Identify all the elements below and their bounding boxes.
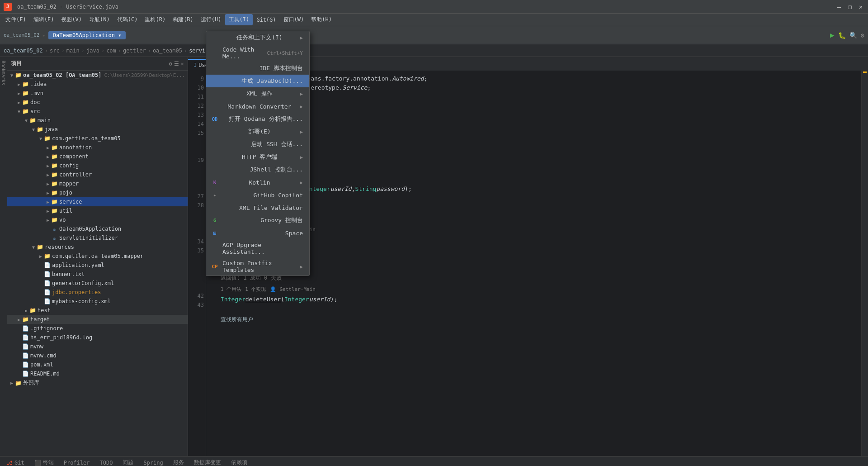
tree-arrow-target: ▶ xyxy=(16,317,22,322)
window-controls[interactable]: — ❐ ✕ xyxy=(835,3,864,10)
sidebar-close-icon[interactable]: ✕ xyxy=(181,61,184,67)
bottom-tab-services[interactable]: 服务 xyxy=(169,457,189,466)
tree-item-app[interactable]: ▶ ☕ OaTeam05Application xyxy=(7,224,188,233)
menu-view[interactable]: 视图(V) xyxy=(57,14,85,25)
breadcrumb-sep-2: › xyxy=(61,48,65,54)
code-content[interactable]: import org.springframework.beans.factory… xyxy=(206,71,861,456)
tree-item-service[interactable]: ▶ 📁 service xyxy=(7,197,188,206)
debug-button[interactable]: 🐛 xyxy=(838,32,846,39)
tree-label-config: config xyxy=(59,162,79,169)
tree-item-resources[interactable]: ▼ 📁 resources xyxy=(7,243,188,252)
hint-deleteuser-title: 删除用户 xyxy=(221,255,856,264)
tree-item-mvnw[interactable]: ▶ 📄 mvnw xyxy=(7,342,188,351)
menu-edit[interactable]: 编辑(E) xyxy=(30,14,58,25)
menu-build[interactable]: 构建(B) xyxy=(169,14,197,25)
tree-item-pom[interactable]: ▶ 📄 pom.xml xyxy=(7,360,188,369)
bottom-tab-profiler[interactable]: Profiler xyxy=(59,458,94,466)
profiler-label: Profiler xyxy=(64,460,90,466)
breadcrumb-item-5[interactable]: com xyxy=(106,48,116,54)
tree-item-main[interactable]: ▼ 📁 main xyxy=(7,116,188,125)
minimize-button[interactable]: — xyxy=(835,3,843,10)
close-button[interactable]: ✕ xyxy=(857,3,864,10)
gap-1 xyxy=(212,138,856,156)
tree-item-root[interactable]: ▼ 📁 oa_team05_02 [OA_team05] C:\Users\28… xyxy=(7,71,188,80)
tree-item-controller[interactable]: ▶ 📁 controller xyxy=(7,170,188,179)
sidebar-layout-icon[interactable]: ☰ xyxy=(174,61,179,67)
folder-icon-component: 📁 xyxy=(51,153,58,160)
bottom-tab-dbchange[interactable]: 数据库变更 xyxy=(189,457,226,466)
tree-item-annotation[interactable]: ▶ 📁 annotation xyxy=(7,143,188,152)
breadcrumb-item-7[interactable]: oa_team05 xyxy=(153,48,182,54)
folder-icon-main: 📁 xyxy=(29,117,36,124)
txt-icon-banner: 📄 xyxy=(43,271,51,278)
tree-item-gitignore[interactable]: ▶ 📄 .gitignore xyxy=(7,324,188,333)
code-line-9: import org.springframework.beans.factory… xyxy=(212,74,856,83)
tree-item-mapper2[interactable]: ▶ 📁 com.gettler.oa_team05.mapper xyxy=(7,252,188,261)
tree-item-pojo[interactable]: ▶ 📁 pojo xyxy=(7,188,188,197)
tree-label-gitignore: .gitignore xyxy=(30,325,63,332)
menu-tools[interactable]: 工具(I) xyxy=(225,14,253,25)
breadcrumb-item-6[interactable]: gettler xyxy=(123,48,146,54)
title-bar: J oa_team05_02 - UserService.java — ❐ ✕ xyxy=(0,0,868,14)
menu-refactor[interactable]: 重构(R) xyxy=(141,14,169,25)
tree-item-errlog[interactable]: ▶ 📄 hs_err_pid18964.log xyxy=(7,333,188,342)
menu-run[interactable]: 运行(U) xyxy=(197,14,225,25)
tree-item-mvn[interactable]: ▶ 📁 .mvn xyxy=(7,89,188,98)
sidebar-gear-icon[interactable]: ⚙ xyxy=(169,61,172,67)
tree-item-servlet[interactable]: ▶ ☕ ServletInitializer xyxy=(7,233,188,243)
toolbar-search[interactable]: 🔍 xyxy=(849,32,857,39)
tree-item-src[interactable]: ▼ 📁 src xyxy=(7,107,188,116)
tree-item-config[interactable]: ▶ 📁 config xyxy=(7,161,188,170)
toolbar-settings[interactable]: ⚙ xyxy=(861,32,864,39)
problems-label: 问题 xyxy=(123,459,133,466)
menu-code[interactable]: 代码(C) xyxy=(113,14,142,25)
tree-item-test[interactable]: ▶ 📁 test xyxy=(7,306,188,315)
tree-item-external[interactable]: ▶ 📁 外部库 xyxy=(7,378,188,388)
menu-git[interactable]: Git(G) xyxy=(253,15,279,25)
gap-2 xyxy=(212,165,856,174)
bottom-tab-git[interactable]: ⎇ Git xyxy=(2,458,29,466)
tree-arrow-vo: ▶ xyxy=(45,217,51,223)
tree-item-vo[interactable]: ▶ 📁 vo xyxy=(7,215,188,224)
maximize-button[interactable]: ❐ xyxy=(846,3,854,10)
tree-arrow-main: ▼ xyxy=(24,118,29,123)
bottom-tab-problems[interactable]: 问题 xyxy=(118,457,138,466)
bottom-tab-terminal[interactable]: ⬛ 终端 xyxy=(30,457,58,466)
todo-label: TODO xyxy=(99,460,113,466)
tree-item-mybatis[interactable]: ▶ 📄 mybatis-config.xml xyxy=(7,297,188,306)
run-button[interactable]: ▶ xyxy=(830,31,835,39)
breadcrumb-item-8[interactable]: service xyxy=(189,48,212,54)
tree-item-banner[interactable]: ▶ 📄 banner.txt xyxy=(7,270,188,279)
tree-item-component[interactable]: ▶ 📁 component xyxy=(7,152,188,161)
tree-item-readme[interactable]: ▶ 📄 README.md xyxy=(7,369,188,378)
tree-label-mapper: mapper xyxy=(59,181,79,187)
bottom-tab-spring[interactable]: Spring xyxy=(139,458,167,466)
menu-file[interactable]: 文件(F) xyxy=(2,14,30,25)
breadcrumb-item-4[interactable]: java xyxy=(86,48,99,54)
tree-item-com[interactable]: ▼ 📁 com.gettler.oa_team05 xyxy=(7,134,188,143)
breadcrumb-item-3[interactable]: main xyxy=(66,48,80,54)
tree-item-mvnwcmd[interactable]: ▶ 📄 mvnw.cmd xyxy=(7,351,188,360)
tree-item-mapper[interactable]: ▶ 📁 mapper xyxy=(7,179,188,188)
tree-item-genconfig[interactable]: ▶ 📄 generatorConfig.xml xyxy=(7,279,188,288)
menu-window[interactable]: 窗口(W) xyxy=(280,14,308,25)
breadcrumb-item-2[interactable]: src xyxy=(50,48,60,54)
tab-icon: I xyxy=(193,62,197,68)
bottom-tab-deps[interactable]: 依赖项 xyxy=(226,457,252,466)
editor-tab-userservice[interactable]: I UserService.java xyxy=(188,59,257,71)
menu-nav[interactable]: 导航(N) xyxy=(85,14,113,25)
tree-item-java[interactable]: ▼ 📁 java xyxy=(7,125,188,134)
tree-label-mapper2: com.gettler.oa_team05.mapper xyxy=(52,253,143,259)
tree-item-util[interactable]: ▶ 📁 util xyxy=(7,206,188,215)
menu-help[interactable]: 帮助(H) xyxy=(307,14,335,25)
bottom-tab-todo[interactable]: TODO xyxy=(95,458,117,466)
tree-item-idea[interactable]: ▶ 📁 .idea xyxy=(7,80,188,89)
breadcrumb-item-1[interactable]: oa_team05_02 xyxy=(4,48,43,54)
tree-item-yaml[interactable]: ▶ 📄 application.yaml xyxy=(7,261,188,270)
tree-item-doc[interactable]: ▶ 📁 doc xyxy=(7,98,188,107)
title-bar-left: J oa_team05_02 - UserService.java xyxy=(4,3,118,11)
tree-item-target[interactable]: ▶ 📁 target xyxy=(7,315,188,324)
folder-icon-external: 📁 xyxy=(14,380,22,387)
tree-item-jdbc[interactable]: ▶ 📄 jdbc.properties xyxy=(7,288,188,297)
meta-line-login: 1 个实现 👤 Gettler-Main xyxy=(212,174,856,185)
